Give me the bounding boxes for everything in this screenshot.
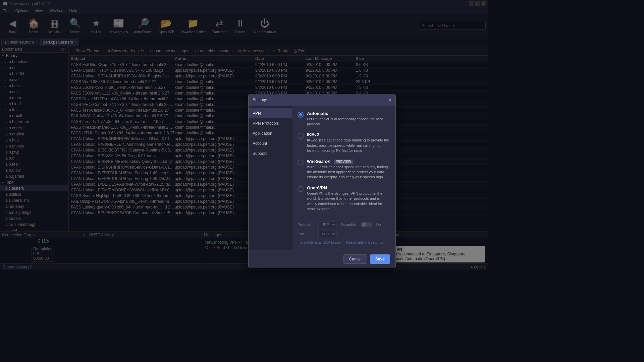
- port-field-label: Port: [298, 232, 314, 236]
- scramble-field-label: Scramble: [340, 223, 357, 227]
- radio-openvpn[interactable]: [298, 186, 304, 192]
- protocol-openvpn-desc: OpenVPN is the strongest VPN protocol in…: [307, 191, 390, 212]
- radio-ikev2[interactable]: [298, 133, 304, 139]
- modal-body: VPN VPN Protocols Application Account Su…: [249, 106, 395, 250]
- settings-modal: Settings × VPN VPN Protocols Application…: [248, 94, 396, 268]
- radio-wireguard[interactable]: [298, 160, 304, 166]
- toggle-thumb: [362, 222, 366, 227]
- cancel-button[interactable]: Cancel: [343, 254, 367, 264]
- modal-links: Install/Reinstall TAP Driver Reset netwo…: [298, 240, 390, 245]
- protocol-row: Protocol UDP Scramble On: [298, 221, 390, 228]
- radio-automatic[interactable]: [298, 112, 304, 118]
- protocol-openvpn: OpenVPN OpenVPN is the strongest VPN pro…: [298, 185, 390, 212]
- save-button[interactable]: Save: [370, 254, 390, 264]
- modal-title: Settings: [253, 98, 267, 102]
- protocol-wireguard-text: WireGuard® PREVIEW WireGuard® balances s…: [307, 159, 390, 180]
- modal-content: Automatic Let PrivadoVPN automatically c…: [292, 106, 395, 250]
- port-select: 1194: [318, 231, 337, 237]
- modal-footer: Cancel Save: [249, 250, 395, 268]
- protocol-ikev2-text: IKEv2 IKEv2 uses advanced data handling …: [307, 132, 390, 153]
- modal-sidebar: VPN VPN Protocols Application Account Su…: [249, 106, 292, 250]
- protocol-ikev2-desc: IKEv2 uses advanced data handling to pro…: [307, 138, 390, 153]
- modal-overlay: Settings × VPN VPN Protocols Application…: [0, 0, 488, 274]
- protocol-field-label: Protocol: [298, 223, 314, 227]
- protocol-ikev2-label: IKEv2: [307, 132, 390, 137]
- protocol-automatic-label: Automatic: [307, 111, 390, 116]
- scramble-toggle: [361, 222, 372, 227]
- protocol-openvpn-text: OpenVPN OpenVPN is the strongest VPN pro…: [307, 185, 390, 212]
- protocol-wireguard-label: WireGuard® PREVIEW: [307, 159, 390, 164]
- port-row: Port 1194: [298, 231, 390, 237]
- protocol-automatic: Automatic Let PrivadoVPN automatically c…: [298, 111, 390, 127]
- protocol-ikev2: IKEv2 IKEv2 uses advanced data handling …: [298, 132, 390, 153]
- protocol-automatic-desc: Let PrivadoVPN automatically choose the …: [307, 117, 390, 127]
- protocol-select: UDP: [318, 221, 336, 228]
- protocol-wireguard-desc: WireGuard® balances speed and security, …: [307, 165, 390, 180]
- modal-sidebar-support[interactable]: Support: [249, 148, 292, 159]
- modal-titlebar: Settings ×: [249, 94, 395, 106]
- modal-sidebar-account[interactable]: Account: [249, 138, 292, 148]
- modal-sidebar-vpn[interactable]: VPN: [249, 108, 292, 118]
- modal-sidebar-vpn-protocols[interactable]: VPN Protocols: [249, 118, 292, 128]
- disabled-section: Protocol UDP Scramble On Port 1194: [298, 217, 390, 245]
- modal-sidebar-application[interactable]: Application: [249, 128, 292, 138]
- reset-network-link[interactable]: Reset network settings: [346, 240, 383, 244]
- scramble-value: On: [376, 223, 381, 227]
- protocol-wireguard: WireGuard® PREVIEW WireGuard® balances s…: [298, 159, 390, 180]
- preview-badge: PREVIEW: [334, 160, 353, 164]
- protocol-automatic-text: Automatic Let PrivadoVPN automatically c…: [307, 111, 390, 127]
- install-tap-link[interactable]: Install/Reinstall TAP Driver: [298, 240, 341, 244]
- protocol-openvpn-label: OpenVPN: [307, 185, 390, 190]
- modal-close-button[interactable]: ×: [388, 97, 391, 103]
